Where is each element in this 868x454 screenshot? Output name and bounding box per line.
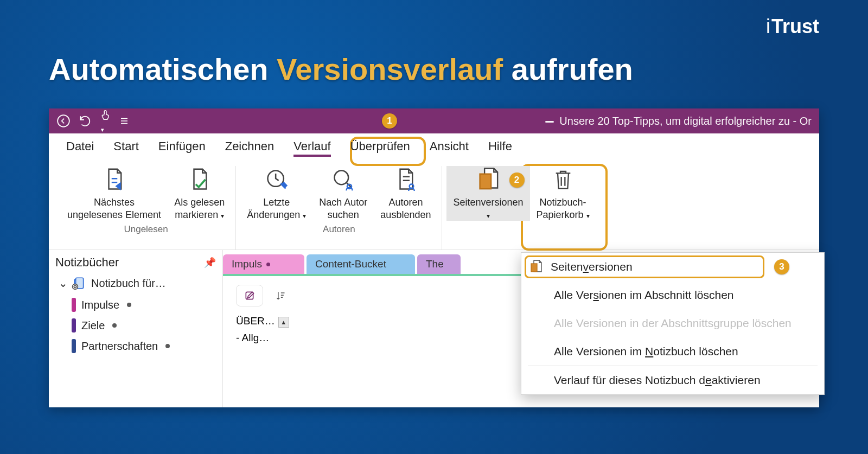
ribbon-group-label: Autoren: [323, 221, 355, 240]
tab-einfuegen[interactable]: Einfügen: [149, 133, 215, 160]
ribbon-group-ungelesen: Nächstesungelesenes Element Als gelesenm…: [56, 166, 236, 250]
ribbon-group-autoren: LetzteÄnderungen ▾ Nach Autorsuchen Auto…: [236, 166, 442, 250]
document-title: Unsere 20 Top-Tipps, um digital erfolgre…: [545, 115, 812, 127]
chevron-down-icon: ⌄: [59, 277, 66, 290]
search-user-icon: [331, 166, 355, 193]
dropdown-label: Alle Versionen in der Abschnittsgruppe l…: [554, 317, 792, 330]
trash-icon: [552, 166, 574, 193]
touch-mode-icon[interactable]: ▾: [100, 108, 112, 135]
page-versions-small-icon: [529, 259, 543, 274]
page-versions-button[interactable]: 2 Seitenversionen▾: [446, 166, 529, 221]
sort-icon[interactable]: [275, 290, 286, 302]
hide-authors-button[interactable]: Autorenausblenden: [374, 166, 437, 221]
dropdown-label: Verlauf für dieses Notizbuch deaktiviere…: [554, 374, 761, 387]
notebook-name: Notizbuch für…: [91, 277, 166, 290]
svg-rect-6: [531, 264, 537, 272]
section-list: Impulse Ziele Partnerschaften: [55, 295, 216, 356]
next-unread-button[interactable]: Nächstesungelesenes Element: [61, 166, 168, 221]
recent-changes-button[interactable]: LetzteÄnderungen ▾: [240, 166, 312, 221]
section-item[interactable]: Ziele: [72, 315, 216, 336]
tab-ansicht[interactable]: Ansicht: [420, 133, 478, 160]
tab-start[interactable]: Start: [104, 133, 148, 160]
callout-3: 3: [774, 259, 789, 274]
customize-qat-icon[interactable]: [119, 116, 129, 126]
notebook-item[interactable]: ⌄ Notizbuch für…: [55, 274, 216, 295]
ribbon-tabs: Datei Start Einfügen Zeichnen Verlauf Üb…: [49, 133, 819, 161]
svg-rect-5: [480, 174, 492, 189]
page-user-icon: [394, 166, 417, 193]
find-by-author-button[interactable]: Nach Autorsuchen: [312, 166, 374, 221]
tab-verlauf[interactable]: Verlauf: [284, 133, 341, 160]
onenote-window: 1 ▾ Unsere 20 Top-Tipps, um digital erfo…: [49, 108, 819, 407]
pin-icon[interactable]: 📌: [204, 257, 216, 268]
page-next-icon: [103, 166, 126, 193]
notebook-trash-button[interactable]: Notizbuch-Papierkorb ▾: [530, 166, 596, 221]
clock-edit-icon: [265, 166, 289, 193]
dropdown-delete-section-versions[interactable]: Alle Versionen im Abschnitt löschen: [521, 281, 824, 309]
page-item[interactable]: ÜBER…▲: [236, 313, 289, 330]
new-page-button[interactable]: [236, 285, 263, 306]
page-list: ÜBER…▲ - Allg…: [236, 306, 289, 346]
ribbon-group-versions: 2 Seitenversionen▾ Notizbuch-Papierkorb …: [442, 166, 600, 250]
dropdown-label: Seitenversionen: [551, 260, 633, 273]
section-tab-impuls[interactable]: Impuls: [223, 254, 304, 274]
brand-logo: iTrust: [766, 15, 819, 38]
ribbon-group-label: [520, 221, 523, 240]
page-check-icon: [188, 166, 211, 193]
tab-ueberpruefen[interactable]: Überprüfen: [341, 133, 420, 160]
undo-icon[interactable]: [78, 114, 92, 128]
ribbon-group-label: Ungelesen: [124, 221, 168, 240]
dropdown-delete-group-versions: Alle Versionen in der Abschnittsgruppe l…: [521, 309, 824, 337]
section-tab-the[interactable]: The: [417, 254, 461, 274]
page-title: Automatischen Versionsverlauf aufrufen: [49, 52, 868, 87]
dropdown-label: Alle Versionen im Abschnitt löschen: [554, 289, 734, 302]
ribbon: Nächstesungelesenes Element Als gelesenm…: [49, 161, 819, 250]
svg-point-0: [58, 115, 69, 127]
dropdown-label: Alle Versionen im Notizbuch löschen: [554, 345, 738, 358]
dropdown-disable-history[interactable]: Verlauf für dieses Notizbuch deaktiviere…: [521, 366, 824, 394]
section-tab-content-bucket[interactable]: Content-Bucket: [307, 254, 415, 274]
callout-2: 2: [509, 172, 525, 188]
page-versions-dropdown: Seitenversionen 3 Alle Versionen im Absc…: [521, 252, 825, 395]
back-icon[interactable]: [56, 114, 71, 128]
notebook-sidebar: Notizbücher 📌 ⌄ Notizbuch für… Impulse Z…: [49, 250, 222, 407]
notebook-sync-icon: [72, 276, 86, 290]
sidebar-title: Notizbücher 📌: [55, 255, 216, 270]
mark-read-button[interactable]: Als gelesenmarkieren ▾: [168, 166, 231, 221]
tab-hilfe[interactable]: Hilfe: [478, 133, 522, 160]
dropdown-delete-notebook-versions[interactable]: Alle Versionen im Notizbuch löschen: [521, 337, 824, 366]
scroll-up-icon[interactable]: ▲: [278, 317, 289, 328]
page-versions-icon: [476, 166, 501, 193]
section-item[interactable]: Impulse: [72, 295, 216, 315]
section-item[interactable]: Partnerschaften: [72, 336, 216, 356]
dropdown-pageversions[interactable]: Seitenversionen 3: [521, 253, 824, 281]
titlebar: ▾ Unsere 20 Top-Tipps, um digital erfolg…: [49, 108, 819, 133]
svg-point-2: [334, 171, 348, 185]
tab-datei[interactable]: Datei: [56, 133, 104, 160]
tab-zeichnen[interactable]: Zeichnen: [215, 133, 284, 160]
svg-point-8: [73, 284, 78, 290]
page-item[interactable]: - Allg…: [236, 330, 289, 346]
callout-1: 1: [382, 113, 397, 129]
